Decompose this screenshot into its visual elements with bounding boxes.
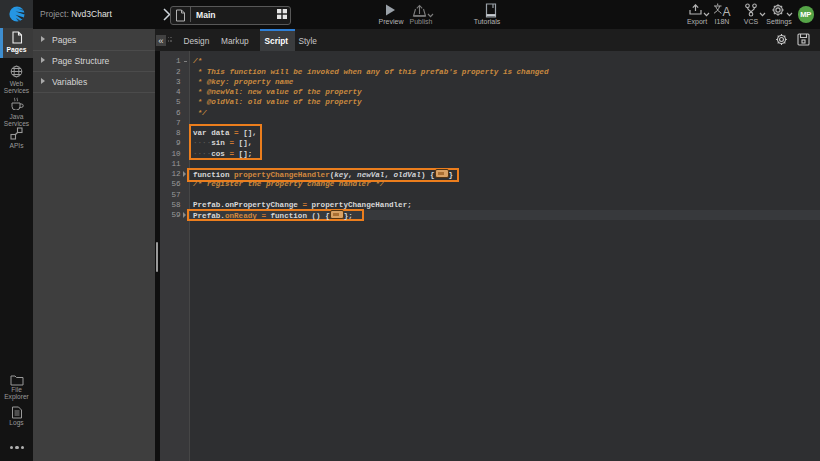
svg-text:A: A xyxy=(723,5,731,18)
